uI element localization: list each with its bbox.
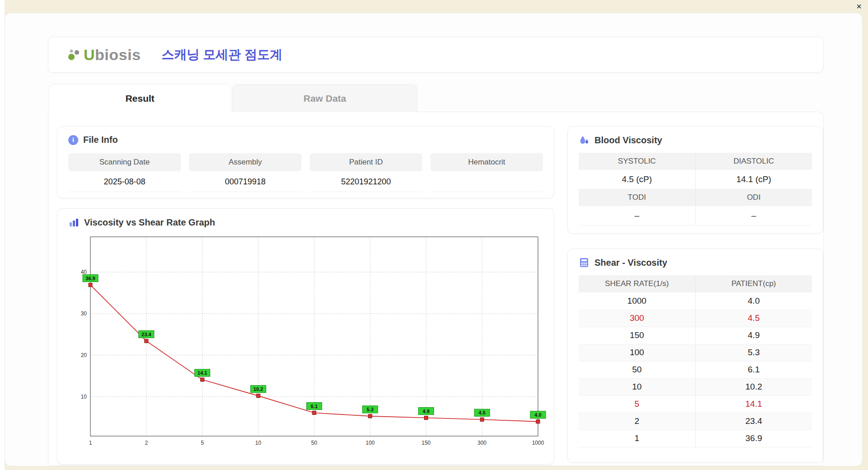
table-cell: 14.1 (cP)	[695, 170, 812, 189]
table-row: 506.1	[579, 361, 812, 378]
field-label: Patient ID	[310, 153, 422, 171]
x-tick-label: 50	[311, 440, 317, 446]
data-point-marker	[425, 416, 428, 420]
blood-viscosity-table: SYSTOLIC DIASTOLIC 4.5 (cP) 14.1 (cP) TO…	[579, 153, 812, 226]
table-row: 514.1	[579, 395, 812, 413]
data-point-marker	[201, 378, 204, 381]
viscosity-chart: 102030401251050100150300100036.923.414.1…	[68, 232, 547, 450]
field-value: 000719918	[189, 171, 302, 192]
table-header-cell: SYSTOLIC	[579, 153, 695, 170]
x-tick-label: 100	[366, 440, 375, 446]
table-cell: 150	[579, 327, 695, 344]
bar-chart-icon	[68, 217, 79, 228]
table-row: 1504.9	[579, 327, 812, 344]
table-cell: –	[579, 206, 695, 225]
x-tick-label: 150	[421, 440, 430, 446]
close-icon[interactable]: ×	[856, 0, 862, 12]
file-info-card: i File Info Scanning Date 2025-08-08 Ass…	[57, 126, 554, 198]
table-header-row: TODI ODI	[579, 189, 812, 206]
table-cell: 5.3	[695, 344, 812, 361]
tab-raw-data[interactable]: Raw Data	[232, 84, 417, 112]
shear-viscosity-title: Shear - Viscosity	[594, 258, 667, 268]
x-tick-label: 300	[477, 440, 486, 446]
data-point-label: 4.9	[423, 409, 429, 414]
table-cell: 10.2	[695, 378, 812, 395]
info-icon: i	[68, 135, 78, 145]
logo-text: Ubiosis	[84, 46, 141, 64]
table-cell: 5	[579, 395, 695, 413]
table-cell: 14.1	[695, 395, 812, 413]
table-cell: 2	[579, 413, 695, 430]
table-cell: 100	[579, 344, 695, 361]
page-title: 스캐닝 모세관 점도계	[161, 46, 283, 63]
y-tick-label: 30	[81, 310, 87, 317]
x-tick-label: 1	[89, 440, 92, 446]
data-point-marker	[480, 418, 484, 421]
table-header-cell: DIASTOLIC	[695, 153, 812, 170]
field-assembly: Assembly 000719918	[189, 153, 302, 192]
data-point-marker	[89, 283, 92, 287]
table-cell: 6.1	[695, 361, 812, 378]
tab-result[interactable]: Result	[49, 84, 231, 112]
logo-leaf-icon	[67, 47, 84, 62]
table-cell: 1	[579, 430, 695, 447]
table-cell: 36.9	[695, 430, 812, 447]
table-cell: 4.0	[695, 292, 812, 310]
x-tick-label: 1000	[532, 440, 544, 446]
file-info-title: File Info	[83, 135, 118, 145]
field-hematocrit: Hematocrit	[430, 153, 543, 192]
table-row: 136.9	[579, 430, 812, 447]
table-header-row: SYSTOLIC DIASTOLIC	[579, 153, 812, 170]
app-header: Ubiosis 스캐닝 모세관 점도계	[48, 37, 824, 73]
data-point-marker	[536, 420, 540, 423]
series-line	[90, 285, 538, 422]
table-cell: 50	[579, 361, 695, 378]
data-point-marker	[368, 414, 372, 418]
result-panel: i File Info Scanning Date 2025-08-08 Ass…	[48, 112, 824, 466]
x-tick-label: 5	[201, 440, 204, 446]
table-row: – –	[579, 206, 812, 225]
table-cell: –	[695, 206, 812, 225]
shear-viscosity-table: SHEAR RATE(1/s) PATIENT(cp) 10004.03004.…	[579, 275, 812, 447]
data-point-marker	[145, 339, 148, 343]
field-label: Scanning Date	[68, 153, 181, 171]
field-value: 2025-08-08	[68, 171, 181, 192]
table-cell: 4.5 (cP)	[579, 170, 695, 189]
chart-area: 102030401251050100150300100036.923.414.1…	[68, 232, 543, 452]
table-header-cell: PATIENT(cp)	[695, 275, 812, 292]
graph-title: Viscosity vs Shear Rate Graph	[84, 217, 215, 228]
y-tick-label: 20	[81, 352, 87, 358]
table-row: 1005.3	[579, 344, 812, 361]
shear-viscosity-table-body: 10004.03004.51504.91005.3506.11010.2514.…	[579, 292, 812, 447]
table-cell: 300	[579, 310, 695, 327]
table-row: 223.4	[579, 413, 812, 430]
table-cell: 10	[579, 378, 695, 395]
table-cell: 1000	[579, 292, 695, 310]
table-cell: 4.9	[695, 327, 812, 344]
table-header-cell: SHEAR RATE(1/s)	[579, 275, 695, 292]
data-point-label: 5.3	[367, 407, 373, 412]
table-row: 4.5 (cP) 14.1 (cP)	[579, 170, 812, 189]
shear-viscosity-card: Shear - Viscosity SHEAR RATE(1/s) PATIEN…	[567, 249, 823, 463]
field-label: Hematocrit	[430, 153, 543, 171]
field-scanning-date: Scanning Date 2025-08-08	[68, 153, 181, 192]
calculator-icon	[579, 257, 590, 268]
field-value	[430, 171, 543, 192]
data-point-label: 6.1	[311, 404, 317, 409]
data-point-label: 10.2	[254, 386, 263, 392]
data-point-label: 14.1	[198, 370, 207, 376]
file-info-grid: Scanning Date 2025-08-08 Assembly 000719…	[68, 153, 543, 192]
field-value: 52201921200	[310, 171, 422, 192]
field-label: Assembly	[189, 153, 302, 171]
table-header-row: SHEAR RATE(1/s) PATIENT(cp)	[579, 275, 812, 292]
table-header-cell: TODI	[579, 189, 695, 206]
data-point-marker	[312, 411, 316, 415]
blood-viscosity-title: Blood Viscosity	[594, 135, 662, 146]
water-drop-icon	[579, 135, 590, 146]
tab-bar: Result Raw Data	[49, 84, 417, 112]
table-row: 10004.0	[579, 292, 812, 310]
ubiosis-logo: Ubiosis	[67, 46, 141, 64]
y-tick-label: 40	[81, 269, 87, 275]
graph-card: Viscosity vs Shear Rate Graph 1020304012…	[57, 208, 554, 465]
table-row: 3004.5	[579, 310, 812, 327]
